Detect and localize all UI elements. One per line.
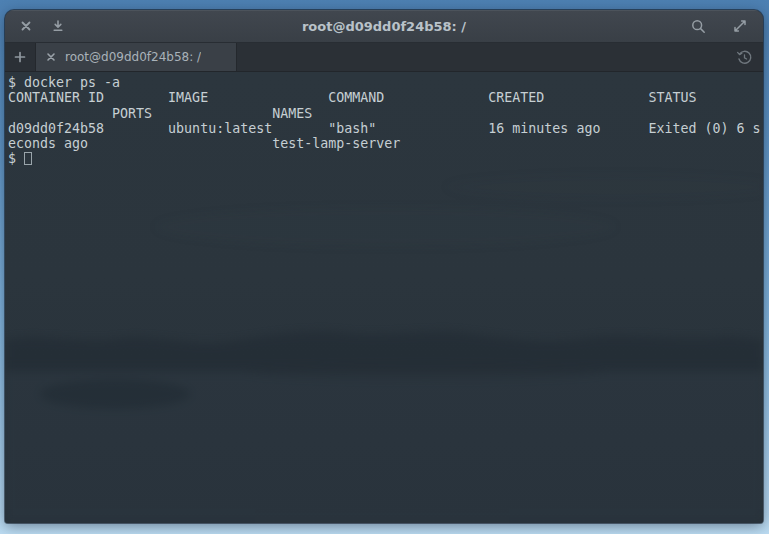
plus-icon [14, 51, 26, 63]
terminal-line-row-1: d09dd0f24b58 ubuntu:latest "bash" 16 min… [8, 121, 763, 136]
terminal-line-header-2: PORTS NAMES [8, 106, 763, 121]
tab-title: root@d09dd0f24b58: / [65, 50, 201, 64]
terminal-line-row-2: econds ago test-lamp-server [8, 136, 763, 151]
terminal-output: $ docker ps -a CONTAINER ID IMAGE COMMAN… [5, 72, 763, 167]
download-icon[interactable] [47, 15, 69, 37]
new-tab-button[interactable] [5, 43, 36, 71]
tabbar: root@d09dd0f24b58: / [5, 43, 763, 72]
titlebar-right-controls [687, 10, 751, 42]
window-title: root@d09dd0f24b58: / [5, 10, 763, 42]
terminal-prompt-line: $ [8, 151, 763, 166]
titlebar-left-controls [15, 15, 69, 37]
terminal-line-command: $ docker ps -a [8, 75, 763, 90]
titlebar: root@d09dd0f24b58: / [5, 10, 763, 43]
tab-active[interactable]: root@d09dd0f24b58: / [36, 43, 237, 71]
terminal-window: root@d09dd0f24b58: / root [5, 10, 763, 523]
history-icon[interactable] [736, 43, 753, 71]
tab-close-icon[interactable] [46, 52, 56, 62]
terminal-screen[interactable]: $ docker ps -a CONTAINER ID IMAGE COMMAN… [5, 72, 763, 523]
search-icon[interactable] [687, 15, 709, 37]
terminal-cursor [24, 152, 32, 165]
close-icon[interactable] [15, 15, 37, 37]
terminal-line-header-1: CONTAINER ID IMAGE COMMAND CREATED STATU… [8, 90, 763, 105]
fullscreen-expand-icon[interactable] [729, 15, 751, 37]
prompt-text: $ [8, 151, 24, 166]
